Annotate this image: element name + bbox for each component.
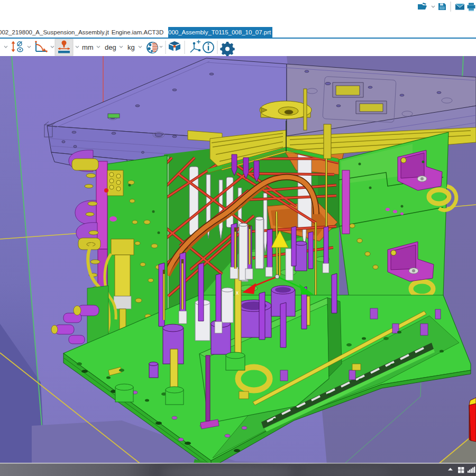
svg-text:kg: kg	[127, 43, 135, 51]
svg-text:deg: deg	[105, 43, 116, 51]
svg-text:x: x	[236, 290, 239, 296]
svg-text:mm: mm	[82, 43, 94, 51]
